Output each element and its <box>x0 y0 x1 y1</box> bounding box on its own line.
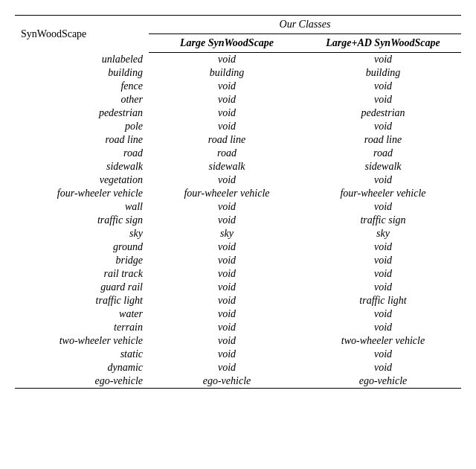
largead-cell: void <box>305 307 461 321</box>
table-row: roadroadroad <box>15 147 461 160</box>
large-cell: void <box>149 267 305 281</box>
large-cell: void <box>149 106 305 120</box>
large-cell: void <box>149 173 305 187</box>
synwood-cell: vegetation <box>15 173 149 187</box>
table-row: fencevoidvoid <box>15 80 461 93</box>
largead-cell: void <box>305 254 461 267</box>
largead-cell: building <box>305 66 461 80</box>
synwood-cell: other <box>15 93 149 106</box>
synwood-cell: ego-vehicle <box>15 374 149 389</box>
synwood-cell: static <box>15 348 149 361</box>
synwoodscape-header: SynWoodScape <box>15 16 149 53</box>
synwood-cell: two-wheeler vehicle <box>15 334 149 348</box>
table-row: groundvoidvoid <box>15 240 461 254</box>
synwood-cell: bridge <box>15 254 149 267</box>
largead-cell: void <box>305 240 461 254</box>
table-row: buildingbuildingbuilding <box>15 66 461 80</box>
largead-cell: two-wheeler vehicle <box>305 334 461 348</box>
table-row: unlabeledvoidvoid <box>15 53 461 67</box>
large-cell: void <box>149 240 305 254</box>
large-cell: void <box>149 53 305 67</box>
large-cell: void <box>149 361 305 374</box>
synwood-cell: rail track <box>15 267 149 281</box>
synwood-cell: dynamic <box>15 361 149 374</box>
large-cell: building <box>149 66 305 80</box>
largead-cell: ego-vehicle <box>305 374 461 389</box>
ourclasses-header: Our Classes <box>149 16 461 34</box>
comparison-table: SynWoodScape Our Classes Large SynWoodSc… <box>15 15 461 389</box>
largead-cell: traffic light <box>305 294 461 307</box>
table-row: rail trackvoidvoid <box>15 267 461 281</box>
synwood-cell: sky <box>15 227 149 240</box>
largead-cell: road <box>305 147 461 160</box>
synwood-cell: road line <box>15 133 149 147</box>
table-row: skyskysky <box>15 227 461 240</box>
large-cell: void <box>149 281 305 294</box>
table-row: two-wheeler vehiclevoidtwo-wheeler vehic… <box>15 334 461 348</box>
large-cell: void <box>149 334 305 348</box>
largead-cell: void <box>305 53 461 67</box>
large-cell: sidewalk <box>149 160 305 173</box>
largead-cell: void <box>305 93 461 106</box>
table-row: pedestrianvoidpedestrian <box>15 106 461 120</box>
table-row: wallvoidvoid <box>15 200 461 214</box>
table-row: guard railvoidvoid <box>15 281 461 294</box>
large-cell: void <box>149 120 305 133</box>
largead-cell: void <box>305 173 461 187</box>
largead-cell: void <box>305 361 461 374</box>
large-cell: void <box>149 294 305 307</box>
table-row: staticvoidvoid <box>15 348 461 361</box>
largead-cell: four-wheeler vehicle <box>305 187 461 200</box>
table-row: polevoidvoid <box>15 120 461 133</box>
table-container: SynWoodScape Our Classes Large SynWoodSc… <box>15 15 461 389</box>
largead-cell: void <box>305 348 461 361</box>
table-row: traffic lightvoidtraffic light <box>15 294 461 307</box>
large-cell: void <box>149 307 305 321</box>
largead-cell: void <box>305 281 461 294</box>
table-row: dynamicvoidvoid <box>15 361 461 374</box>
synwood-cell: building <box>15 66 149 80</box>
synwood-cell: ground <box>15 240 149 254</box>
largead-cell: void <box>305 200 461 214</box>
synwood-cell: terrain <box>15 321 149 334</box>
synwood-cell: pole <box>15 120 149 133</box>
synwood-cell: water <box>15 307 149 321</box>
largead-header: Large+AD SynWoodScape <box>305 34 461 53</box>
largead-cell: traffic sign <box>305 214 461 227</box>
synwood-cell: sidewalk <box>15 160 149 173</box>
large-cell: void <box>149 200 305 214</box>
large-cell: void <box>149 80 305 93</box>
synwood-cell: unlabeled <box>15 53 149 67</box>
large-cell: four-wheeler vehicle <box>149 187 305 200</box>
table-row: four-wheeler vehiclefour-wheeler vehicle… <box>15 187 461 200</box>
table-row: sidewalksidewalksidewalk <box>15 160 461 173</box>
table-row: road lineroad lineroad line <box>15 133 461 147</box>
largead-cell: road line <box>305 133 461 147</box>
table-row: traffic signvoidtraffic sign <box>15 214 461 227</box>
largead-cell: void <box>305 321 461 334</box>
table-row: watervoidvoid <box>15 307 461 321</box>
synwood-cell: traffic sign <box>15 214 149 227</box>
table-row: vegetationvoidvoid <box>15 173 461 187</box>
large-cell: void <box>149 93 305 106</box>
large-cell: road <box>149 147 305 160</box>
synwood-cell: wall <box>15 200 149 214</box>
synwood-cell: road <box>15 147 149 160</box>
synwood-cell: guard rail <box>15 281 149 294</box>
table-row: bridgevoidvoid <box>15 254 461 267</box>
large-cell: sky <box>149 227 305 240</box>
largead-cell: pedestrian <box>305 106 461 120</box>
large-header: Large SynWoodScape <box>149 34 305 53</box>
largead-cell: sky <box>305 227 461 240</box>
large-cell: void <box>149 348 305 361</box>
large-cell: road line <box>149 133 305 147</box>
table-row: othervoidvoid <box>15 93 461 106</box>
table-row: ego-vehicleego-vehicleego-vehicle <box>15 374 461 389</box>
synwood-cell: pedestrian <box>15 106 149 120</box>
large-cell: void <box>149 321 305 334</box>
largead-cell: void <box>305 120 461 133</box>
synwood-cell: fence <box>15 80 149 93</box>
largead-cell: void <box>305 267 461 281</box>
synwood-cell: traffic light <box>15 294 149 307</box>
table-row: terrainvoidvoid <box>15 321 461 334</box>
